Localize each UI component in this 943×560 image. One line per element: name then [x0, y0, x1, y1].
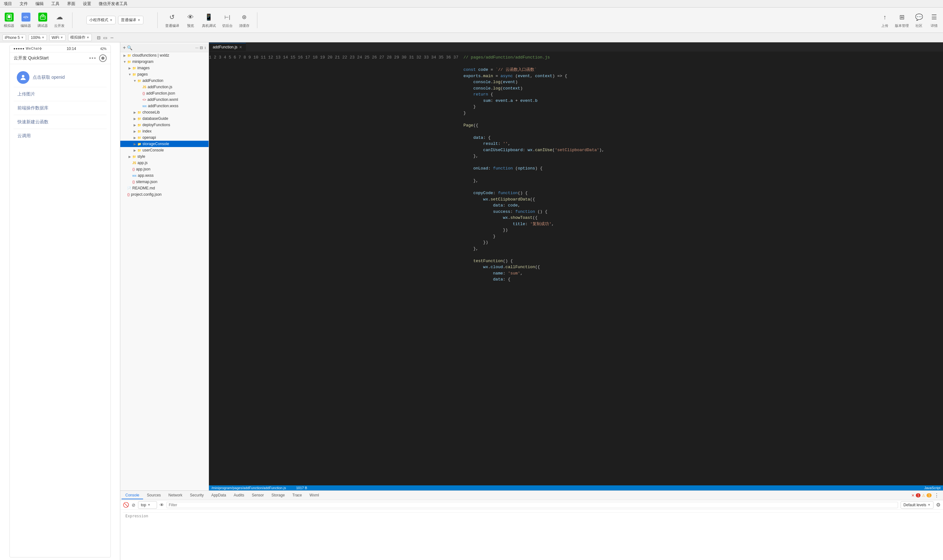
- phone-link-cloud-call[interactable]: 云调用: [14, 129, 106, 143]
- file-tree-item[interactable]: ▶📁chooseLib: [120, 109, 208, 115]
- file-tree-add-icon[interactable]: +: [123, 45, 126, 51]
- file-tree-item[interactable]: <>addFunction.wxml: [120, 97, 208, 103]
- file-tree-item[interactable]: {}project.config.json: [120, 191, 208, 198]
- expression-row: Expression: [123, 512, 940, 520]
- devtools-tab-appdata[interactable]: AppData: [207, 492, 230, 499]
- layout-icon[interactable]: ↔: [110, 35, 114, 40]
- devtools-tab-audits[interactable]: Audits: [230, 492, 248, 499]
- editor-tab-active[interactable]: addFunction.js ×: [209, 43, 246, 51]
- toolbar-device-debug[interactable]: 📱 真机调试: [202, 12, 216, 28]
- devtools-tab-security[interactable]: Security: [186, 492, 207, 499]
- view-toggle-icon[interactable]: ▭: [103, 35, 107, 40]
- file-tree-item[interactable]: ▶📁images: [120, 65, 208, 71]
- action-selector[interactable]: 模拟操作 ▼: [68, 34, 92, 41]
- cloud-icon: ☁: [56, 13, 63, 21]
- network-selector[interactable]: WiFi ▼: [49, 34, 66, 41]
- backend-icon-btn[interactable]: ⊢|: [222, 12, 232, 22]
- file-tree-sort-icon[interactable]: ↕: [204, 46, 206, 50]
- console-context-dropdown[interactable]: top ▼: [138, 501, 157, 509]
- toolbar-version[interactable]: ⊞ 版本管理: [895, 12, 909, 28]
- file-tree-item[interactable]: {}app.json: [120, 166, 208, 172]
- console-pause-icon[interactable]: ⊘: [132, 502, 136, 508]
- tab-close-btn[interactable]: ×: [239, 45, 242, 50]
- devtools-more-icon[interactable]: ⋮: [934, 492, 939, 498]
- console-clear-icon[interactable]: 🚫: [123, 502, 129, 508]
- file-tree-item[interactable]: {}addFunction.json: [120, 90, 208, 97]
- devtools-tab-wxml[interactable]: Wxml: [306, 492, 323, 499]
- cloud-icon-btn[interactable]: ☁: [54, 12, 65, 22]
- toolbar-debugger[interactable]: 调试器: [37, 12, 48, 28]
- version-icon-btn[interactable]: ⊞: [897, 12, 907, 22]
- file-tree-item[interactable]: ▼📁pages: [120, 71, 208, 77]
- toolbar-community[interactable]: 💬 社区: [914, 12, 924, 28]
- menu-item-wechat-devtools[interactable]: 微信开发者工具: [97, 0, 129, 7]
- console-settings-icon[interactable]: ⚙: [936, 502, 940, 508]
- file-tree-item[interactable]: ▶📁index: [120, 128, 208, 134]
- file-tree-collapse-icon[interactable]: ⊟: [200, 46, 203, 50]
- file-tree-item[interactable]: JSaddFunction.js: [120, 84, 208, 90]
- console-level-dropdown[interactable]: Default levels ▼: [901, 501, 934, 509]
- devtools-tab-network[interactable]: Network: [165, 492, 186, 499]
- detail-icon-btn[interactable]: ☰: [929, 12, 939, 22]
- file-tree-item[interactable]: ▶📁deployFunctions: [120, 122, 208, 128]
- devtools-tab-console[interactable]: Console: [122, 492, 143, 499]
- cache-icon-btn[interactable]: ⊛: [239, 12, 249, 22]
- console-filter-input[interactable]: [167, 502, 898, 508]
- toolbar-cloud[interactable]: ☁ 云开发: [54, 12, 65, 28]
- zoom-selector[interactable]: 100% ▼: [28, 34, 47, 41]
- device-debug-icon-btn[interactable]: 📱: [204, 12, 214, 22]
- toolbar-simulator[interactable]: 模拟器: [4, 12, 14, 28]
- toolbar-refresh[interactable]: ↺ 普通编译: [165, 12, 179, 28]
- toolbar-upload[interactable]: ↑ 上传: [880, 12, 890, 28]
- menu-item-project[interactable]: 项目: [3, 0, 13, 7]
- file-tree-item[interactable]: JSapp.js: [120, 160, 208, 166]
- file-tree-item[interactable]: ▶📁style: [120, 153, 208, 160]
- device-selector[interactable]: iPhone 5 ▼: [3, 34, 26, 41]
- menu-item-settings[interactable]: 设置: [82, 0, 93, 7]
- phone-link-function[interactable]: 快速新建云函数: [14, 115, 106, 129]
- toolbar-detail[interactable]: ☰ 详情: [929, 12, 939, 28]
- toolbar-preview[interactable]: 👁 预览: [185, 12, 196, 28]
- devtools-tab-trace[interactable]: Trace: [289, 492, 306, 499]
- code-content[interactable]: // pages/addFunction/addFunction.js cons…: [461, 52, 943, 485]
- file-tree-item[interactable]: 📄README.md: [120, 185, 208, 191]
- file-tree-item[interactable]: ▼📁miniprogram: [120, 58, 208, 65]
- file-tree-search-icon[interactable]: 🔍: [127, 45, 132, 50]
- community-icon-btn[interactable]: 💬: [914, 12, 924, 22]
- toolbar-cache[interactable]: ⊛ 清缓存: [239, 12, 250, 28]
- file-tree-item[interactable]: ▼📁addFunction: [120, 77, 208, 84]
- file-tree-item[interactable]: ▶📁cloudfunctions | wxldz: [120, 52, 208, 58]
- file-name-label: addFunction.wxss: [148, 104, 178, 108]
- menu-item-tools[interactable]: 工具: [50, 0, 61, 7]
- phone-user-row[interactable]: 点击获取 openid: [14, 68, 106, 87]
- upload-icon-btn[interactable]: ↑: [880, 12, 890, 22]
- tree-arrow-icon: ▶: [123, 54, 127, 57]
- menu-item-edit[interactable]: 编辑: [34, 0, 45, 7]
- mode-dropdown[interactable]: 小程序模式 ▼: [86, 16, 116, 25]
- sidebar-toggle-icon[interactable]: ⊟: [97, 35, 101, 40]
- file-tree-item[interactable]: ▶📁userConsole: [120, 147, 208, 153]
- phone-link-upload[interactable]: 上传图片: [14, 88, 106, 101]
- file-tree-item[interactable]: ▶📁storageConsole: [120, 141, 208, 147]
- refresh-icon-btn[interactable]: ↺: [167, 12, 177, 22]
- file-tree-item[interactable]: wxaddFunction.wxss: [120, 103, 208, 109]
- phone-menu-dots[interactable]: •••: [89, 55, 97, 61]
- file-tree-more-icon[interactable]: ···: [195, 46, 199, 50]
- file-tree-item[interactable]: wxapp.wxss: [120, 172, 208, 178]
- menu-item-file[interactable]: 文件: [19, 0, 29, 7]
- console-eye-icon[interactable]: 👁: [159, 502, 164, 508]
- toolbar-editor[interactable]: </> 编辑器: [20, 12, 31, 28]
- user-link[interactable]: 点击获取 openid: [32, 75, 65, 80]
- file-tree-item[interactable]: ▶📁databaseGuide: [120, 115, 208, 122]
- devtools-tab-storage[interactable]: Storage: [268, 492, 289, 499]
- phone-link-database[interactable]: 前端操作数据库: [14, 102, 106, 115]
- file-tree-item[interactable]: ▶📁openapi: [120, 134, 208, 141]
- preview-icon-btn[interactable]: 👁: [185, 12, 196, 22]
- devtools-tab-sensor[interactable]: Sensor: [248, 492, 268, 499]
- devtools-tab-sources[interactable]: Sources: [143, 492, 165, 499]
- phone-record-btn[interactable]: [99, 54, 106, 62]
- toolbar-backend[interactable]: ⊢| 切后台: [222, 12, 233, 28]
- compile-dropdown[interactable]: 普通编译 ▼: [118, 16, 144, 25]
- menu-item-interface[interactable]: 界面: [66, 0, 77, 7]
- file-tree-item[interactable]: {}sitemap.json: [120, 178, 208, 185]
